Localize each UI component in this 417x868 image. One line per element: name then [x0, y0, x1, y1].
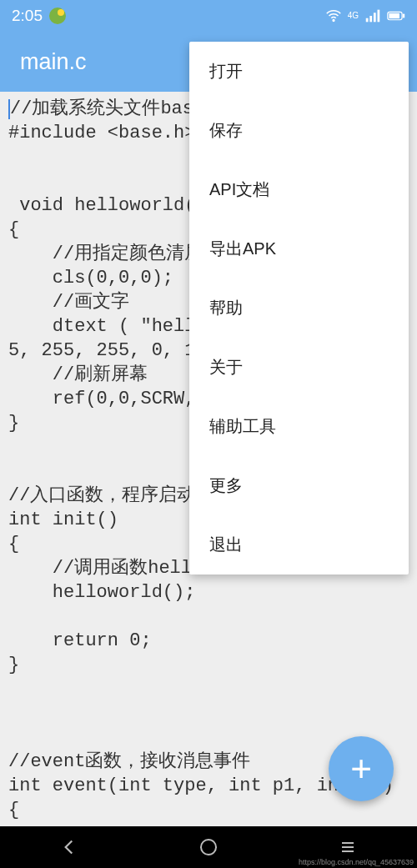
- menu-more[interactable]: 更多: [189, 456, 409, 515]
- watermark-text: https://blog.csdn.net/qq_45637639: [299, 858, 414, 866]
- menu-lines-icon: [338, 837, 358, 857]
- menu-exit[interactable]: 退出: [189, 515, 409, 574]
- page-title: main.c: [20, 49, 87, 75]
- menu-help[interactable]: 帮助: [189, 278, 409, 338]
- nav-home-button[interactable]: [158, 837, 259, 857]
- menu-tools[interactable]: 辅助工具: [189, 397, 409, 456]
- svg-rect-6: [389, 13, 399, 18]
- menu-open[interactable]: 打开: [189, 42, 409, 101]
- menu-api-docs[interactable]: API文档: [189, 160, 409, 219]
- svg-rect-2: [369, 16, 372, 22]
- nav-recent-button[interactable]: [298, 837, 398, 857]
- svg-rect-4: [378, 10, 380, 23]
- nav-back-button[interactable]: [19, 836, 119, 858]
- circle-icon: [198, 837, 219, 857]
- svg-rect-7: [403, 14, 404, 18]
- signal-icon: [364, 7, 382, 25]
- svg-point-0: [333, 20, 334, 22]
- svg-point-8: [201, 840, 216, 855]
- menu-about[interactable]: 关于: [189, 338, 409, 397]
- fab-add-button[interactable]: +: [329, 736, 394, 801]
- menu-export-apk[interactable]: 导出APK: [189, 219, 409, 278]
- menu-save[interactable]: 保存: [189, 101, 409, 160]
- plus-icon: +: [350, 748, 372, 790]
- options-menu: 打开 保存 API文档 导出APK 帮助 关于 辅助工具 更多 退出: [189, 42, 409, 574]
- wifi-icon: [324, 7, 343, 25]
- app-status-icon: [49, 8, 66, 24]
- chevron-left-icon: [58, 836, 80, 858]
- battery-icon: [387, 7, 405, 25]
- status-bar: 2:05 4G: [0, 0, 417, 32]
- svg-rect-1: [366, 18, 369, 23]
- svg-rect-3: [374, 13, 376, 22]
- network-label: 4G: [348, 12, 359, 20]
- status-time: 2:05: [12, 7, 43, 25]
